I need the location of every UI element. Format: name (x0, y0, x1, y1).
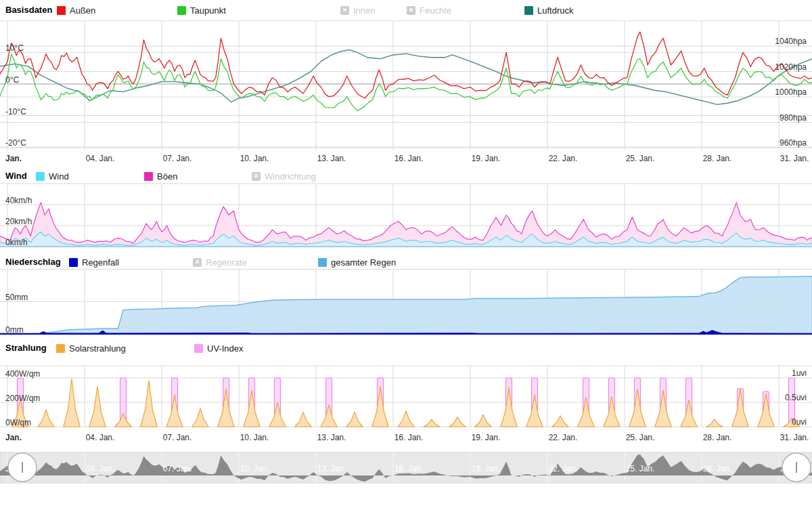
svg-text:25. Jan.: 25. Jan. (626, 433, 655, 442)
svg-text:13. Jan.: 13. Jan. (317, 464, 346, 473)
svg-text:04. Jan.: 04. Jan. (86, 154, 115, 163)
svg-text:16. Jan.: 16. Jan. (394, 154, 424, 163)
svg-text:04. Jan.: 04. Jan. (86, 433, 115, 442)
svg-text:980hpa: 980hpa (780, 113, 807, 123)
svg-text:19. Jan.: 19. Jan. (472, 433, 501, 442)
svg-text:28. Jan.: 28. Jan. (703, 464, 732, 473)
svg-text:Jan.: Jan. (5, 433, 22, 442)
svg-text:07. Jan.: 07. Jan. (163, 464, 192, 473)
svg-text:0W/qm: 0W/qm (5, 418, 31, 427)
svg-text:04. Jan.: 04. Jan. (86, 464, 115, 473)
svg-text:Jan.: Jan. (5, 154, 22, 163)
navigator-handle-left[interactable] (8, 453, 37, 482)
svg-text:1000hpa: 1000hpa (775, 87, 807, 97)
svg-text:1020hpa: 1020hpa (775, 62, 807, 72)
svg-text:0km/h: 0km/h (5, 238, 28, 247)
svg-text:28. Jan.: 28. Jan. (703, 433, 732, 442)
svg-text:13. Jan.: 13. Jan. (317, 154, 346, 163)
svg-text:0.5uvi: 0.5uvi (785, 393, 807, 402)
svg-text:13. Jan.: 13. Jan. (317, 433, 346, 442)
svg-text:31. Jan.: 31. Jan. (780, 154, 809, 163)
svg-text:10. Jan.: 10. Jan. (240, 154, 269, 163)
svg-text:19. Jan.: 19. Jan. (472, 154, 501, 163)
svg-text:22. Jan.: 22. Jan. (549, 154, 578, 163)
svg-text:16. Jan.: 16. Jan. (394, 464, 424, 473)
svg-text:22. Jan.: 22. Jan. (549, 464, 578, 473)
svg-text:200W/qm: 200W/qm (5, 394, 40, 403)
weather-charts: 10°C0°C-10°C-20°C1040hpa1020hpa1000hpa98… (0, 0, 812, 508)
svg-text:07. Jan.: 07. Jan. (163, 433, 192, 442)
svg-text:960hpa: 960hpa (780, 138, 807, 148)
svg-text:10°C: 10°C (5, 43, 24, 53)
svg-text:07. Jan.: 07. Jan. (163, 154, 192, 163)
svg-text:20km/h: 20km/h (5, 217, 32, 226)
svg-text:400W/qm: 400W/qm (5, 369, 40, 379)
svg-text:-20°C: -20°C (5, 138, 26, 148)
svg-text:31. Jan.: 31. Jan. (780, 433, 809, 442)
svg-text:0°C: 0°C (5, 75, 19, 85)
svg-text:-10°C: -10°C (5, 107, 26, 117)
wind-chart[interactable]: 40km/h20km/h0km/h (0, 184, 812, 247)
svg-text:1040hpa: 1040hpa (775, 37, 807, 46)
svg-text:28. Jan.: 28. Jan. (703, 154, 732, 163)
svg-text:16. Jan.: 16. Jan. (394, 433, 424, 442)
navigator-handle-right[interactable] (782, 453, 811, 482)
svg-text:10. Jan.: 10. Jan. (240, 433, 269, 442)
niederschlag-chart[interactable]: 50mm0mm (0, 270, 812, 335)
svg-text:1uvi: 1uvi (792, 368, 807, 378)
svg-text:0uvi: 0uvi (792, 417, 807, 427)
svg-text:40km/h: 40km/h (5, 196, 32, 205)
svg-text:0mm: 0mm (5, 325, 24, 335)
svg-text:10. Jan.: 10. Jan. (240, 464, 269, 473)
navigator[interactable]: Jan.04. Jan.07. Jan.10. Jan.13. Jan.16. … (0, 452, 812, 483)
svg-text:19. Jan.: 19. Jan. (472, 464, 501, 473)
svg-text:25. Jan.: 25. Jan. (626, 464, 655, 473)
basisdaten-chart[interactable]: 10°C0°C-10°C-20°C1040hpa1020hpa1000hpa98… (0, 21, 812, 163)
svg-text:50mm: 50mm (5, 293, 28, 302)
svg-text:25. Jan.: 25. Jan. (626, 154, 655, 163)
strahlung-chart[interactable]: 400W/qm200W/qm0W/qm1uvi0.5uvi0uviJan.04.… (0, 366, 812, 442)
svg-text:22. Jan.: 22. Jan. (549, 433, 578, 442)
